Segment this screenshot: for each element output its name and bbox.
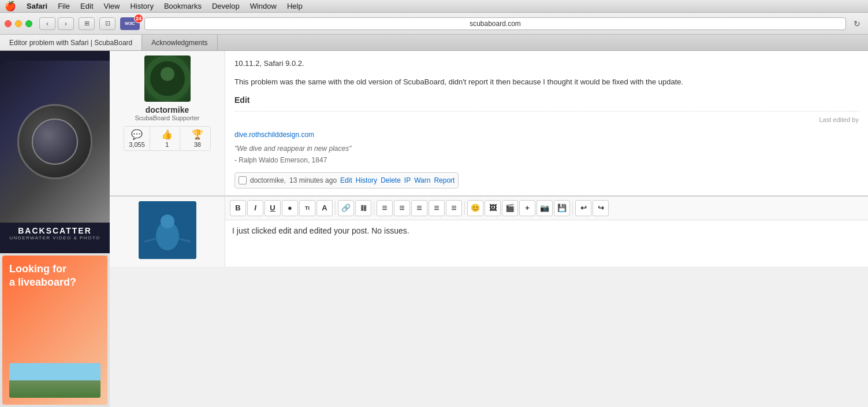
toolbar-italic-button[interactable]: I <box>247 200 263 216</box>
toolbar-undo-button[interactable]: ↩ <box>575 200 591 216</box>
menu-safari[interactable]: Safari <box>27 2 47 10</box>
toolbar-link-button[interactable]: 🔗 <box>338 200 354 216</box>
forward-button[interactable]: › <box>58 17 74 30</box>
user-role: ScubaBoard Supporter <box>135 114 200 121</box>
post-content: 10.11.2, Safari 9.0.2. This problem was … <box>225 51 868 195</box>
w3c-validator-button[interactable]: W3C 24 <box>120 17 140 30</box>
toolbar-redo-button[interactable]: ↪ <box>593 200 609 216</box>
user-quote-attribution: - Ralph Waldo Emerson, 1847 <box>234 155 859 165</box>
toolbar-text-color-button[interactable]: A <box>316 200 333 216</box>
editor-avatar <box>139 201 196 259</box>
left-sidebar: BACKSCATTER UNDERWATER VIDEO & PHOTO Loo… <box>0 51 110 407</box>
toolbar-color-button[interactable]: ● <box>282 200 298 216</box>
camera-lens <box>32 119 78 165</box>
toolbar-plus-button[interactable]: + <box>519 200 535 216</box>
liveaboard-image <box>9 363 100 398</box>
warn-action-link[interactable]: Warn <box>414 175 430 186</box>
editor-content-area[interactable]: I just clicked edit and edited your post… <box>225 220 868 267</box>
toolbar-align-button[interactable]: ≡ <box>377 200 393 216</box>
menu-history[interactable]: History <box>130 2 153 10</box>
history-action-link[interactable]: History <box>356 175 377 186</box>
url-bar[interactable]: scubaboard.com <box>144 17 846 30</box>
likes-stat: 👍 1 <box>155 127 180 150</box>
svg-point-2 <box>161 67 174 81</box>
post-select-checkbox[interactable] <box>239 176 247 184</box>
delete-action-link[interactable]: Delete <box>381 175 401 186</box>
post-body-text: This problem was the same with the old v… <box>234 76 859 88</box>
ip-action-link[interactable]: IP <box>404 175 411 186</box>
reader-button[interactable]: ⊡ <box>99 17 116 30</box>
w3c-badge: 24 <box>134 14 143 23</box>
post-action-user: doctormike, <box>250 175 286 186</box>
mountain-scene <box>9 363 100 398</box>
messages-stat: 💬 3,055 <box>124 127 150 150</box>
close-button[interactable] <box>5 20 12 27</box>
username: doctormike <box>146 105 189 114</box>
toolbar-image-button[interactable]: 🖼 <box>485 200 501 216</box>
menu-bookmarks[interactable]: Bookmarks <box>164 2 202 10</box>
avatar-image <box>144 56 191 102</box>
toolbar-unlink-button[interactable]: ⛓ <box>355 200 371 216</box>
edit-section-label: Edit <box>234 94 859 106</box>
toolbar-underline-button[interactable]: U <box>265 200 281 216</box>
menu-view[interactable]: View <box>104 2 120 10</box>
editor-main: B I U ● TI A 🔗 ⛓ ≡ ≡ ≡ ≡ ≡ 😊 <box>225 197 868 267</box>
menu-file[interactable]: File <box>58 2 70 10</box>
liveaboard-text: Looking for a liveaboard? <box>9 262 100 290</box>
back-button[interactable]: ‹ <box>39 17 55 30</box>
user-website-link[interactable]: dive.rothschilddesign.com <box>234 130 859 140</box>
edit-action-link[interactable]: Edit <box>340 175 352 186</box>
menu-bar: 🍎 Safari File Edit View History Bookmark… <box>0 0 868 13</box>
last-edited-text: Last edited by <box>234 111 859 125</box>
backscatter-text: BACKSCATTER UNDERWATER VIDEO & PHOTO <box>0 223 110 244</box>
toolbar-font-button[interactable]: TI <box>299 200 315 216</box>
toolbar-emoji-button[interactable]: 😊 <box>467 200 483 216</box>
editor-post-sidebar <box>110 197 225 267</box>
user-quote: "We dive and reappear in new places" <box>234 143 859 154</box>
toolbar-indent-button[interactable]: ≡ <box>429 200 445 216</box>
tab-acknowledgments[interactable]: Acknowledgments <box>142 35 217 50</box>
post-sidebar: doctormike ScubaBoard Supporter 💬 3,055 … <box>110 51 225 195</box>
trophy-stat: 🏆 38 <box>185 127 210 150</box>
toolbar-separator-2 <box>374 201 374 215</box>
likes-value: 1 <box>165 141 169 148</box>
trophy-icon: 🏆 <box>192 129 203 140</box>
menu-edit[interactable]: Edit <box>80 2 93 10</box>
post-actions: doctormike, 13 minutes ago Edit History … <box>234 172 459 188</box>
content-area: doctormike ScubaBoard Supporter 💬 3,055 … <box>110 51 868 407</box>
apple-menu[interactable]: 🍎 <box>5 1 16 12</box>
menu-develop[interactable]: Develop <box>212 2 240 10</box>
sidebar-toggle-button[interactable]: ⊞ <box>79 17 95 30</box>
traffic-lights <box>5 20 32 27</box>
refresh-button[interactable]: ↻ <box>851 17 863 30</box>
avatar <box>144 56 191 102</box>
user-stats: 💬 3,055 👍 1 🏆 38 <box>124 126 211 151</box>
toolbar-ol-button[interactable]: ≡ <box>411 200 427 216</box>
editor-toolbar: B I U ● TI A 🔗 ⛓ ≡ ≡ ≡ ≡ ≡ 😊 <box>225 197 868 220</box>
likes-icon: 👍 <box>161 129 173 140</box>
minimize-button[interactable] <box>15 20 22 27</box>
trophy-value: 38 <box>194 141 201 148</box>
backscatter-image <box>0 61 110 223</box>
menu-window[interactable]: Window <box>250 2 277 10</box>
ad-backscatter[interactable]: BACKSCATTER UNDERWATER VIDEO & PHOTO <box>0 51 110 253</box>
tab-scubaboard[interactable]: Editor problem with Safari | ScubaBoard <box>0 35 142 50</box>
toolbar-ul-button[interactable]: ≡ <box>394 200 410 216</box>
toolbar-separator-1 <box>335 201 336 215</box>
browser-chrome: ‹ › ⊞ ⊡ W3C 24 scubaboard.com ↻ <box>0 13 868 35</box>
toolbar-outdent-button[interactable]: ≡ <box>446 200 462 216</box>
toolbar-bold-button[interactable]: B <box>230 200 246 216</box>
toolbar-media-button[interactable]: 🎬 <box>502 200 518 216</box>
tab-bar: Editor problem with Safari | ScubaBoard … <box>0 35 868 51</box>
diver-scene <box>139 201 196 259</box>
post-action-time: 13 minutes ago <box>289 175 337 186</box>
post-version-text: 10.11.2, Safari 9.0.2. <box>234 58 859 69</box>
report-action-link[interactable]: Report <box>434 175 455 186</box>
toolbar-camera-button[interactable]: 📷 <box>537 200 553 216</box>
menu-help[interactable]: Help <box>287 2 303 10</box>
main-layout: BACKSCATTER UNDERWATER VIDEO & PHOTO Loo… <box>0 51 868 407</box>
toolbar-save-button[interactable]: 💾 <box>554 200 570 216</box>
post-container: doctormike ScubaBoard Supporter 💬 3,055 … <box>110 51 868 196</box>
fullscreen-button[interactable] <box>25 20 32 27</box>
ad-liveaboard[interactable]: Looking for a liveaboard? <box>2 256 107 405</box>
